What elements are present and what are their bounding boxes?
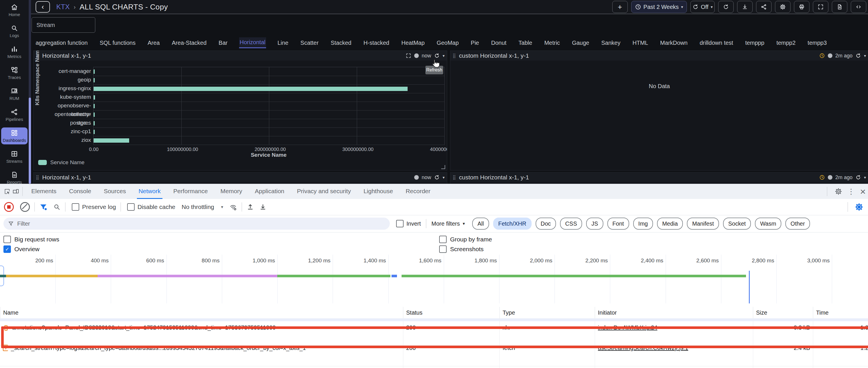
- tab-heatmap[interactable]: HeatMap: [401, 38, 425, 48]
- tab-gauge[interactable]: Gauge: [571, 38, 590, 48]
- panel-refresh-icon[interactable]: [434, 53, 440, 59]
- chip-wasm[interactable]: Wasm: [755, 218, 781, 229]
- settings-button[interactable]: [775, 1, 790, 13]
- more-filters-dropdown[interactable]: More filters ▾: [431, 220, 465, 227]
- panel-refresh-icon[interactable]: [856, 175, 861, 180]
- tab-elements[interactable]: Elements: [30, 184, 58, 199]
- tab-area[interactable]: Area: [147, 38, 160, 48]
- record-network-log-button[interactable]: [4, 202, 14, 212]
- inspect-element-button[interactable]: [3, 187, 11, 196]
- checkbox-unchecked[interactable]: [439, 236, 446, 243]
- tab-area-stacked[interactable]: Area-Stacked: [171, 38, 207, 48]
- tab-pie[interactable]: Pie: [470, 38, 479, 48]
- tab-markdown[interactable]: MarkDown: [660, 38, 688, 48]
- tab-sankey[interactable]: Sankey: [601, 38, 621, 48]
- sidebar-item-metrics[interactable]: Metrics: [1, 43, 28, 61]
- chip-img[interactable]: Img: [633, 218, 653, 229]
- tab-horizontal[interactable]: Horizontal: [239, 37, 266, 48]
- export-har-icon[interactable]: [259, 203, 267, 211]
- tab-network[interactable]: Network: [137, 184, 162, 199]
- tab-recorder[interactable]: Recorder: [404, 184, 432, 199]
- throttling-select[interactable]: No throttling ▾: [182, 204, 223, 210]
- drag-handle-icon[interactable]: ⣿: [453, 175, 456, 180]
- tab-performance[interactable]: Performance: [172, 184, 210, 199]
- share-button[interactable]: [756, 1, 772, 13]
- tab-lighthouse[interactable]: Lighthouse: [362, 184, 395, 199]
- tab-memory[interactable]: Memory: [219, 184, 244, 199]
- chip-font[interactable]: Font: [608, 218, 629, 229]
- big-request-rows-toggle[interactable]: Big request rows: [3, 236, 59, 243]
- chart-legend[interactable]: Service Name: [38, 159, 84, 165]
- bar-openobserve-collector[interactable]: [94, 104, 95, 108]
- bar-geoip[interactable]: [94, 78, 95, 82]
- tab-metric[interactable]: Metric: [544, 38, 560, 48]
- checkbox-unchecked[interactable]: [439, 245, 446, 253]
- tab-sql-functions[interactable]: SQL functions: [99, 38, 136, 48]
- drag-handle-icon[interactable]: ⣿: [36, 175, 39, 180]
- column-time[interactable]: Time: [813, 307, 868, 318]
- panel-header[interactable]: ⣿ Horizontal x-1, y-1 now ▾: [34, 173, 447, 182]
- filter-input[interactable]: Filter: [3, 218, 390, 229]
- bar-zinc-cp1[interactable]: [94, 130, 95, 134]
- drag-handle-icon[interactable]: ⣿: [453, 53, 456, 58]
- chevron-down-icon[interactable]: ▾: [864, 175, 866, 180]
- sidebar-item-rum[interactable]: RUM: [1, 86, 28, 102]
- bar-chart-plot[interactable]: [93, 67, 445, 145]
- checkbox-unchecked[interactable]: [396, 220, 404, 227]
- column-name[interactable]: Name: [0, 307, 403, 318]
- chip-fetch-xhr[interactable]: Fetch/XHR: [493, 218, 532, 229]
- chip-doc[interactable]: Doc: [536, 218, 556, 229]
- bar-postgres[interactable]: [94, 121, 95, 125]
- stream-select-field[interactable]: Stream: [32, 17, 95, 33]
- query-inspector-button[interactable]: [851, 1, 866, 13]
- filter-funnel-icon[interactable]: [39, 203, 48, 211]
- bar-ingress-nginx[interactable]: [94, 87, 408, 91]
- breadcrumb-org[interactable]: KTX: [56, 3, 70, 11]
- add-panel-button[interactable]: +: [612, 1, 628, 13]
- chevron-down-icon[interactable]: ▾: [443, 175, 445, 180]
- tab-geomap[interactable]: GeoMap: [436, 38, 459, 48]
- json-view-button[interactable]: [832, 1, 847, 13]
- chevron-down-icon[interactable]: ▾: [443, 53, 445, 58]
- panel-header[interactable]: ⣿ Horizontal x-1, y-1 now ▾: [34, 51, 447, 61]
- column-type[interactable]: Type: [499, 307, 595, 318]
- panel-resize-handle[interactable]: [441, 165, 445, 169]
- tab-html[interactable]: HTML: [632, 38, 648, 48]
- tab-sources[interactable]: Sources: [102, 184, 128, 199]
- tab-bar[interactable]: Bar: [218, 38, 228, 48]
- panel-refresh-icon[interactable]: [856, 53, 861, 59]
- checkbox-unchecked[interactable]: [3, 236, 11, 243]
- bar-kube-system[interactable]: [94, 95, 95, 100]
- sidebar-item-traces[interactable]: Traces: [1, 65, 28, 82]
- chevron-down-icon[interactable]: ▾: [864, 53, 866, 58]
- sidebar-scrollbar-thumb[interactable]: [29, 98, 31, 184]
- sidebar-item-dashboards[interactable]: Dashboards: [1, 127, 28, 144]
- sidebar-item-pipelines[interactable]: Pipelines: [1, 106, 28, 123]
- tab-scatter[interactable]: Scatter: [300, 38, 319, 48]
- devtools-settings-gear-icon[interactable]: [835, 188, 842, 195]
- close-devtools-icon[interactable]: ×: [860, 187, 866, 196]
- preserve-log-toggle[interactable]: Preserve log: [72, 203, 116, 211]
- network-overview-timeline[interactable]: 200 ms400 ms600 ms800 ms1,000 ms1,200 ms…: [0, 255, 868, 304]
- back-button[interactable]: ‹: [36, 1, 50, 12]
- tab-aggregation-function[interactable]: aggregation function: [35, 38, 88, 48]
- column-size[interactable]: Size: [753, 307, 813, 318]
- time-range-picker[interactable]: Past 2 Weeks ▾: [631, 1, 687, 13]
- fullscreen-icon[interactable]: [406, 53, 411, 59]
- bar-opentelemetry-ope...[interactable]: [94, 113, 95, 117]
- tab-application[interactable]: Application: [253, 184, 286, 199]
- checkbox-checked[interactable]: ✓: [3, 245, 11, 253]
- tab-console[interactable]: Console: [67, 184, 93, 199]
- tab-donut[interactable]: Donut: [491, 38, 507, 48]
- sidebar-item-home[interactable]: Home: [1, 2, 28, 19]
- print-button[interactable]: [794, 1, 809, 13]
- panel-header[interactable]: ⣿ custom Horizontal x-1, y-1 2m ago ▾: [451, 173, 868, 182]
- network-settings-gear-icon[interactable]: [855, 203, 863, 211]
- sidebar-item-streams[interactable]: Streams: [1, 148, 28, 165]
- tab-privacy-security[interactable]: Privacy and security: [295, 184, 352, 199]
- column-initiator[interactable]: Initiator: [595, 307, 753, 318]
- chip-manifest[interactable]: Manifest: [687, 218, 719, 229]
- refresh-button[interactable]: [718, 1, 734, 13]
- tab-h-stacked[interactable]: H-stacked: [363, 38, 390, 48]
- tab-stacked[interactable]: Stacked: [330, 38, 352, 48]
